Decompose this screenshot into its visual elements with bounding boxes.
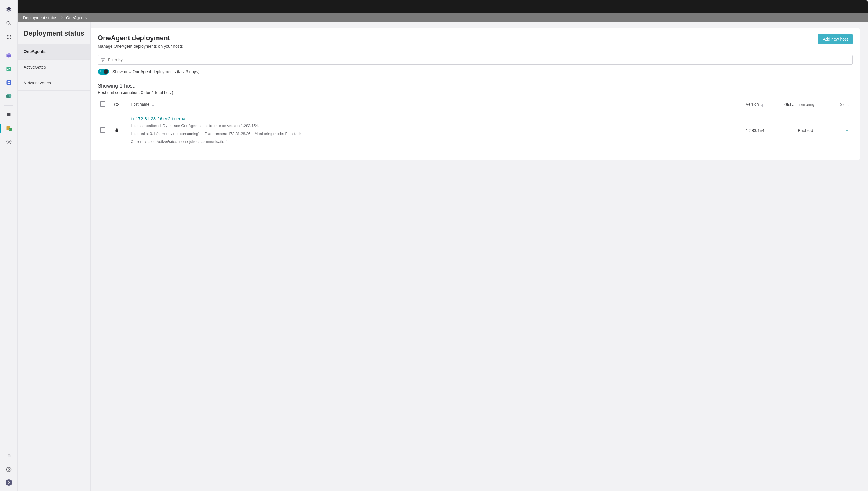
summary-consumption: Host unit consumption: 0 (for 1 total ho… [98, 90, 853, 95]
help-icon[interactable] [3, 464, 15, 475]
expand-nav-icon[interactable] [3, 450, 15, 462]
panel-subtitle: Manage OneAgent deployments on your host… [98, 44, 183, 49]
main-panel: OneAgent deployment Manage OneAgent depl… [90, 28, 860, 160]
left-nav-rail: D [0, 0, 18, 491]
section-sidebar: Deployment status OneAgents ActiveGates … [18, 22, 90, 491]
breadcrumb-item-1[interactable]: OneAgents [64, 15, 88, 20]
toggle-label: Show new OneAgent deployments (last 3 da… [112, 69, 199, 74]
col-header-details: Details [829, 98, 853, 111]
svg-point-2 [7, 35, 8, 36]
svg-point-24 [116, 129, 117, 129]
svg-rect-13 [7, 81, 8, 82]
chevron-right-icon [60, 15, 63, 20]
svg-point-21 [8, 141, 9, 143]
svg-point-6 [8, 36, 9, 37]
nav-cube-icon[interactable] [3, 50, 15, 61]
top-bar [18, 0, 868, 13]
filter-input-wrapper[interactable] [98, 55, 853, 64]
sort-icon: ▲▼ [152, 104, 155, 107]
search-icon[interactable] [3, 18, 15, 29]
nav-chart-icon[interactable] [3, 63, 15, 75]
expand-row-button[interactable] [844, 127, 850, 134]
breadcrumb-item-0[interactable]: Deployment status [21, 15, 59, 20]
row-checkbox[interactable] [100, 127, 105, 133]
apps-grid-icon[interactable] [3, 31, 15, 42]
summary-host-count: Showing 1 host. [98, 83, 853, 89]
svg-point-0 [7, 21, 10, 25]
col-header-version[interactable]: Version ▲▼ [743, 98, 782, 111]
table-row: ip-172-31-28-26.ec2.internal Host is mon… [98, 111, 853, 150]
svg-point-4 [10, 35, 10, 36]
select-all-checkbox[interactable] [100, 102, 105, 107]
sort-icon: ▲▼ [761, 104, 764, 107]
linux-icon [114, 129, 119, 134]
row-version: 1.283.154 [743, 111, 782, 150]
svg-rect-15 [7, 83, 8, 84]
host-status-line: Host is monitored. Dynatrace OneAgent is… [131, 123, 741, 129]
nav-deploy-icon[interactable] [3, 123, 15, 134]
toggle-knob [104, 69, 108, 74]
nav-grid-blue-icon[interactable] [3, 77, 15, 88]
svg-rect-14 [9, 81, 10, 82]
svg-point-8 [7, 38, 8, 39]
svg-point-3 [8, 35, 9, 36]
svg-point-5 [7, 36, 8, 37]
panel-title: OneAgent deployment [98, 34, 183, 42]
add-new-host-button[interactable]: Add new host [818, 34, 853, 44]
svg-point-9 [8, 38, 9, 39]
row-monitoring: Enabled [782, 111, 829, 150]
svg-rect-11 [6, 67, 11, 71]
sidebar-item-activegates[interactable]: ActiveGates [18, 60, 90, 75]
col-header-os[interactable]: OS [112, 98, 128, 111]
col-header-monitoring[interactable]: Global monitoring [782, 98, 829, 111]
svg-point-22 [6, 467, 11, 472]
col-header-hostname[interactable]: Host name ▲▼ [128, 98, 743, 111]
sidebar-item-networkzones[interactable]: Network zones [18, 75, 90, 91]
svg-line-1 [9, 24, 11, 25]
svg-rect-12 [6, 81, 11, 85]
nav-database-icon[interactable] [3, 109, 15, 120]
page-title: Deployment status [18, 22, 90, 44]
toggle-badge: I [100, 69, 101, 73]
filter-icon [101, 58, 105, 62]
new-deployments-toggle[interactable]: I [98, 69, 109, 75]
svg-point-7 [10, 36, 10, 37]
nav-globe-icon[interactable] [3, 90, 15, 102]
user-avatar[interactable]: D [6, 479, 12, 486]
avatar-letter: D [8, 481, 10, 484]
logo-icon[interactable] [3, 4, 15, 15]
filter-input[interactable] [108, 57, 849, 62]
hosts-table: OS Host name ▲▼ Version ▲▼ Global monito… [98, 98, 853, 150]
svg-rect-16 [9, 83, 10, 84]
svg-point-23 [8, 469, 10, 470]
hostname-link[interactable]: ip-172-31-28-26.ec2.internal [131, 116, 741, 121]
svg-point-10 [10, 38, 10, 39]
svg-point-25 [117, 129, 118, 129]
sidebar-item-oneagents[interactable]: OneAgents [18, 44, 90, 60]
nav-settings-gear-icon[interactable] [3, 136, 15, 147]
breadcrumb: Deployment status OneAgents [18, 13, 868, 22]
